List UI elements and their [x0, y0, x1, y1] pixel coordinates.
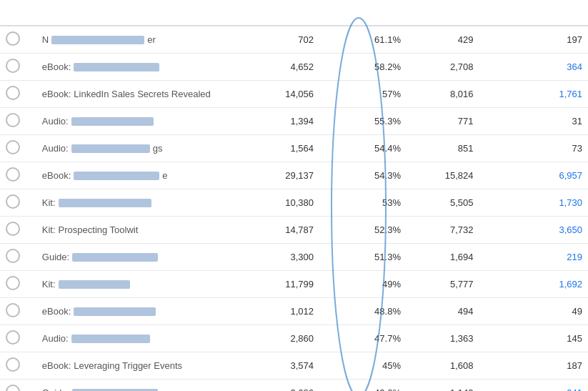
redacted-name-bar	[74, 307, 156, 316]
first-time-submissions-value: 197	[479, 26, 588, 54]
chart-toggle-button[interactable]	[6, 86, 20, 100]
chart-toggle-button[interactable]	[6, 167, 20, 182]
first-time-submissions-value[interactable]: 219	[479, 244, 588, 271]
submissions-value: 1,143	[407, 380, 479, 392]
first-time-submissions-value[interactable]: 1,761	[479, 81, 588, 108]
conversion-rate-value: 45%	[319, 352, 407, 380]
conversion-rate-value: 49%	[319, 271, 407, 298]
col-header-views[interactable]	[261, 0, 319, 26]
submissions-value: 8,016	[407, 81, 479, 108]
chart-toggle-button[interactable]	[6, 330, 20, 345]
conversion-rate-value: 52.3%	[319, 217, 407, 244]
conversion-rate-value: 55.3%	[319, 108, 407, 135]
name-suffix: e	[162, 170, 167, 181]
name-suffix: gs	[153, 143, 163, 154]
first-time-submissions-value[interactable]: 6,957	[479, 162, 588, 189]
views-value: 1,564	[261, 135, 319, 162]
submissions-value: 5,505	[407, 189, 479, 217]
chart-toggle-button[interactable]	[6, 385, 20, 391]
first-time-submissions-value[interactable]: 3,650	[479, 217, 588, 244]
chart-toggle-button[interactable]	[6, 194, 20, 209]
name-prefix: Guide:	[42, 252, 69, 262]
submissions-value: 1,363	[407, 325, 479, 352]
chart-toggle-button[interactable]	[6, 140, 20, 154]
table-row: Kit:Prospecting Toolwit14,78752.3%7,7323…	[0, 217, 588, 244]
name-prefix: eBook:	[42, 89, 71, 99]
name-suffix: er	[147, 34, 156, 45]
name-prefix: Guide:	[42, 387, 69, 391]
name-prefix: N	[42, 34, 49, 45]
submissions-value: 494	[407, 298, 479, 325]
chart-toggle-button[interactable]	[6, 222, 20, 236]
views-value: 29,137	[261, 162, 319, 189]
conversion-rate-value: 47.7%	[319, 325, 407, 352]
conversion-rate-value: 54.3%	[319, 162, 407, 189]
submissions-value: 5,777	[407, 271, 479, 298]
col-header-name[interactable]	[36, 0, 261, 26]
col-header-conv[interactable]	[319, 0, 407, 26]
table-row: Audio:gs1,56454.4%85173	[0, 135, 588, 162]
redacted-name-bar	[71, 117, 154, 126]
table-row: Audio:2,86047.7%1,363145	[0, 325, 588, 352]
name-prefix: Audio:	[42, 333, 69, 344]
name-prefix: Audio:	[42, 143, 69, 154]
redacted-name-bar	[71, 144, 150, 153]
views-value: 4,652	[261, 54, 319, 81]
first-time-submissions-value[interactable]: 364	[479, 54, 588, 81]
name-prefix: Audio:	[42, 116, 69, 127]
views-value: 1,394	[261, 108, 319, 135]
views-value: 2,686	[261, 380, 319, 392]
views-value: 14,787	[261, 217, 319, 244]
views-value: 14,056	[261, 81, 319, 108]
first-time-submissions-value: 187	[479, 352, 588, 380]
name-prefix: eBook:	[42, 170, 71, 181]
redacted-name-bar	[74, 63, 159, 71]
redacted-name-bar	[59, 199, 151, 207]
submissions-value: 7,732	[407, 217, 479, 244]
table-row: Audio:1,39455.3%77131	[0, 108, 588, 135]
conversion-rate-value: 42.6%	[319, 380, 407, 392]
table-row: Guide:3,30051.3%1,694219	[0, 244, 588, 271]
table-row: Guide:2,68642.6%1,143241	[0, 380, 588, 392]
col-header-chart	[0, 0, 36, 26]
name-prefix: eBook:	[42, 61, 71, 72]
first-time-submissions-value[interactable]: 241	[479, 380, 588, 392]
views-value: 2,860	[261, 325, 319, 352]
submissions-value: 429	[407, 26, 479, 54]
name-prefix: eBook:	[42, 360, 71, 371]
views-value: 1,012	[261, 298, 319, 325]
views-value: 702	[261, 26, 319, 54]
name-suffix: LinkedIn Sales Secrets Revealed	[74, 89, 211, 99]
submissions-value: 1,608	[407, 352, 479, 380]
chart-toggle-button[interactable]	[6, 113, 20, 127]
submissions-value: 1,694	[407, 244, 479, 271]
table-row: Kit:11,79949%5,7771,692	[0, 271, 588, 298]
chart-toggle-button[interactable]	[6, 357, 20, 372]
col-header-first[interactable]	[479, 0, 588, 26]
chart-toggle-button[interactable]	[6, 59, 20, 73]
name-suffix: Prospecting Toolwit	[59, 224, 139, 235]
chart-toggle-button[interactable]	[6, 249, 20, 263]
redacted-name-bar	[59, 280, 130, 289]
first-time-submissions-value[interactable]: 1,692	[479, 271, 588, 298]
col-header-sub[interactable]	[407, 0, 479, 26]
conversion-rate-value: 51.3%	[319, 244, 407, 271]
chart-toggle-button[interactable]	[6, 303, 20, 317]
first-time-submissions-value[interactable]: 1,730	[479, 189, 588, 217]
views-value: 11,799	[261, 271, 319, 298]
name-prefix: Kit:	[42, 279, 56, 289]
conversion-rate-value: 57%	[319, 81, 407, 108]
table-row: eBook:LinkedIn Sales Secrets Revealed14,…	[0, 81, 588, 108]
table-row: Ner70261.1%429197	[0, 26, 588, 54]
chart-toggle-button[interactable]	[6, 31, 20, 46]
name-prefix: Kit:	[42, 224, 56, 235]
chart-toggle-button[interactable]	[6, 276, 20, 290]
first-time-submissions-value: 145	[479, 325, 588, 352]
conversion-rate-value: 58.2%	[319, 54, 407, 81]
table-row: eBook:1,01248.8%49449	[0, 298, 588, 325]
redacted-name-bar	[51, 36, 144, 44]
table-row: eBook:Leveraging Trigger Events3,57445%1…	[0, 352, 588, 380]
redacted-name-bar	[72, 389, 158, 392]
submissions-value: 771	[407, 108, 479, 135]
views-value: 3,300	[261, 244, 319, 271]
